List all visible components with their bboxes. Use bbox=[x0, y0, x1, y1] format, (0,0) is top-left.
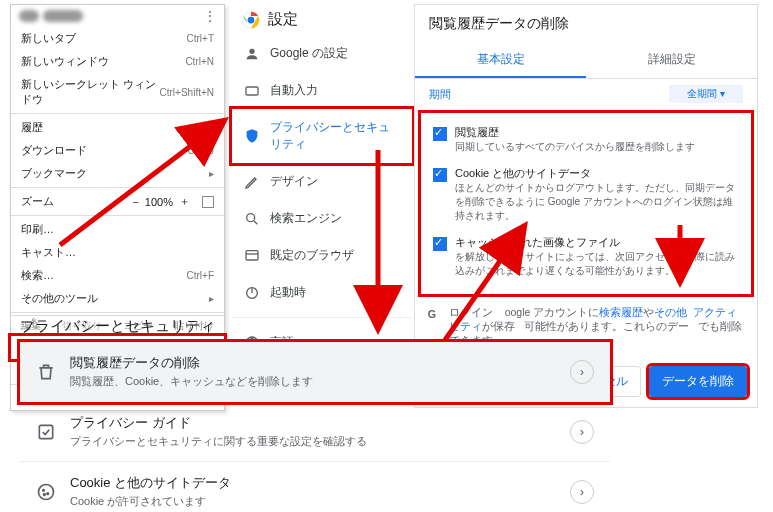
sidebar-startup[interactable]: 起動時 bbox=[232, 274, 412, 311]
tab-basic[interactable]: 基本設定 bbox=[415, 43, 586, 78]
menu-bookmarks[interactable]: ブックマーク▸ bbox=[11, 162, 224, 185]
time-range-label: 期間 bbox=[429, 87, 451, 102]
svg-point-2 bbox=[249, 48, 254, 53]
dialog-body: 閲覧履歴同期しているすべてのデバイスから履歴を削除します Cookie と他のサ… bbox=[421, 113, 751, 294]
chevron-right-icon: ▸ bbox=[209, 168, 214, 179]
privacy-list: 閲覧履歴データの削除閲覧履歴、Cookie、キャッシュなどを削除します › プラ… bbox=[20, 342, 610, 512]
trash-icon bbox=[36, 362, 56, 382]
checklist-icon bbox=[36, 422, 56, 442]
menu-new-window[interactable]: 新しいウィンドウCtrl+N bbox=[11, 50, 224, 73]
tab-advanced[interactable]: 詳細設定 bbox=[586, 43, 757, 78]
page-section-title: プライバシーとセキュリティ bbox=[20, 317, 215, 336]
dialog-tabs: 基本設定 詳細設定 bbox=[415, 43, 757, 79]
sidebar-search[interactable]: 検索エンジン bbox=[232, 200, 412, 237]
chevron-right-icon: › bbox=[570, 420, 594, 444]
chevron-right-icon: ▸ bbox=[209, 122, 214, 133]
delete-button[interactable]: データを削除 bbox=[649, 366, 747, 397]
svg-point-13 bbox=[44, 493, 46, 495]
fullscreen-icon[interactable] bbox=[202, 196, 214, 208]
svg-text:G: G bbox=[428, 308, 436, 320]
search-icon bbox=[244, 211, 260, 227]
settings-title: 設定 bbox=[268, 10, 298, 29]
sidebar-default-browser[interactable]: 既定のブラウザ bbox=[232, 237, 412, 274]
zoom-in-button[interactable]: ＋ bbox=[173, 194, 196, 209]
row-clear-data[interactable]: 閲覧履歴データの削除閲覧履歴、Cookie、キャッシュなどを削除します › bbox=[20, 342, 610, 402]
time-range-row[interactable]: 期間 全期間 ▾ bbox=[415, 79, 757, 109]
menu-zoom: ズーム − 100% ＋ bbox=[11, 190, 224, 213]
row-privacy-guide[interactable]: プライバシー ガイドプライバシーとセキュリティに関する重要な設定を確認する › bbox=[20, 402, 610, 462]
checkbox-icon[interactable] bbox=[433, 168, 447, 182]
menu-downloads[interactable]: ダウンロードCtrl+J bbox=[11, 139, 224, 162]
svg-rect-5 bbox=[246, 250, 258, 259]
sidebar-autofill[interactable]: 自動入力 bbox=[232, 72, 412, 109]
browser-icon bbox=[244, 248, 260, 264]
svg-point-4 bbox=[247, 213, 255, 221]
menu-print[interactable]: 印刷… bbox=[11, 218, 224, 241]
chevron-right-icon: ▸ bbox=[209, 293, 214, 304]
profile-blur bbox=[43, 10, 83, 22]
settings-sidebar: 設定 Google の設定 自動入力 プライバシーとセキュリティ デザイン 検索… bbox=[232, 4, 412, 361]
profile-blur bbox=[19, 10, 39, 22]
user-icon bbox=[244, 46, 260, 62]
settings-header: 設定 bbox=[232, 4, 412, 35]
shield-icon bbox=[244, 128, 260, 144]
power-icon bbox=[244, 285, 260, 301]
menu-new-tab[interactable]: 新しいタブCtrl+T bbox=[11, 27, 224, 50]
checkbox-icon[interactable] bbox=[433, 237, 447, 251]
svg-point-10 bbox=[39, 484, 54, 499]
pencil-icon bbox=[244, 174, 260, 190]
svg-point-1 bbox=[248, 16, 255, 23]
menu-top: ⋮ bbox=[11, 5, 224, 27]
check-cookies[interactable]: Cookie と他のサイトデータほとんどのサイトからログアウトします。ただし、同… bbox=[431, 160, 741, 229]
svg-rect-3 bbox=[246, 87, 258, 95]
row-cookies[interactable]: Cookie と他のサイトデータCookie が許可されています › bbox=[20, 462, 610, 512]
zoom-label: ズーム bbox=[21, 194, 54, 209]
check-cache[interactable]: キャッシュされた画像とファイルを解放します。サイトによっては、次回アクセスする際… bbox=[431, 229, 741, 284]
svg-point-11 bbox=[43, 489, 45, 491]
chevron-right-icon: › bbox=[570, 480, 594, 504]
zoom-value: 100% bbox=[145, 196, 173, 208]
menu-cast[interactable]: キャスト… bbox=[11, 241, 224, 264]
dialog-title: 閲覧履歴データの削除 bbox=[415, 5, 757, 43]
chevron-right-icon: › bbox=[570, 360, 594, 384]
chrome-icon bbox=[242, 11, 260, 29]
menu-more-tools[interactable]: その他のツール▸ bbox=[11, 287, 224, 310]
sidebar-design[interactable]: デザイン bbox=[232, 163, 412, 200]
time-range-select[interactable]: 全期間 ▾ bbox=[669, 85, 743, 103]
checkbox-icon[interactable] bbox=[433, 127, 447, 141]
menu-history[interactable]: 履歴▸ bbox=[11, 116, 224, 139]
sidebar-privacy[interactable]: プライバシーとセキュリティ bbox=[232, 109, 412, 163]
kebab-icon[interactable]: ⋮ bbox=[204, 9, 216, 23]
menu-new-incognito[interactable]: 新しいシークレット ウィンドウCtrl+Shift+N bbox=[11, 73, 224, 111]
cookie-icon bbox=[36, 482, 56, 502]
svg-rect-9 bbox=[39, 425, 52, 438]
check-history[interactable]: 閲覧履歴同期しているすべてのデバイスから履歴を削除します bbox=[431, 119, 741, 160]
svg-point-12 bbox=[47, 492, 49, 494]
zoom-out-button[interactable]: − bbox=[126, 196, 144, 208]
menu-find[interactable]: 検索…Ctrl+F bbox=[11, 264, 224, 287]
autofill-icon bbox=[244, 83, 260, 99]
sidebar-google[interactable]: Google の設定 bbox=[232, 35, 412, 72]
google-g-icon: G bbox=[425, 306, 441, 322]
